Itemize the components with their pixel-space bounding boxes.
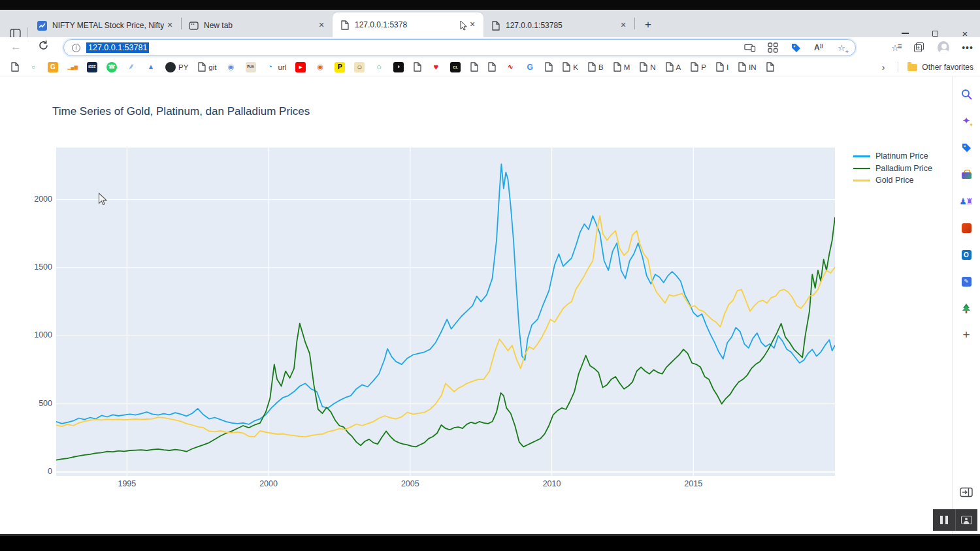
tab-title: 127.0.0.1:53785	[506, 21, 617, 30]
tab-2[interactable]: New tab×	[182, 14, 333, 37]
bookmark-orange-g-badge[interactable]: G	[48, 62, 58, 72]
legend-item-2[interactable]: Palladium Price	[853, 163, 932, 175]
bookmark-page-2[interactable]	[413, 62, 421, 72]
bookmark-blue-dot-logo[interactable]: ◉	[226, 62, 237, 72]
new-tab-button[interactable]: +	[639, 16, 657, 35]
url-text[interactable]: 127.0.0.1:53781	[86, 42, 149, 53]
add-favorite-star-icon[interactable]: ☆+	[836, 42, 847, 54]
bookmark-triangle-logo[interactable]: ▲	[146, 62, 156, 72]
tab-1[interactable]: NIFTY METAL Stock Price, Nifty M×	[30, 14, 181, 37]
read-aloud-icon[interactable]: A))	[813, 42, 825, 54]
bookmark-page-3[interactable]	[470, 62, 478, 72]
tab-3[interactable]: 127.0.0.1:5378×	[333, 12, 483, 37]
open-sidebar-pane-button[interactable]	[960, 487, 973, 500]
edge-sidebar: ✦✦♟♜O✎+	[952, 76, 980, 534]
bookmark-page-m[interactable]: M	[613, 62, 630, 72]
shopping-icon[interactable]	[960, 141, 973, 154]
legend-swatch	[853, 168, 870, 170]
y-tick-label: 2000	[26, 195, 52, 204]
sidebar-icons: ✦✦♟♜O✎+	[953, 76, 980, 341]
games-icon[interactable]: ♟♜	[960, 195, 973, 208]
bookmark-page-n[interactable]: N	[639, 62, 655, 72]
shopping-tag-icon[interactable]	[790, 42, 802, 54]
legend-item-3[interactable]: Gold Price	[853, 174, 932, 187]
bookmark-page-4[interactable]	[487, 62, 496, 72]
bookmark-ieee-badge[interactable]: IEEE	[87, 62, 97, 72]
bookmark-page-k[interactable]: K	[562, 62, 578, 72]
minimize-icon	[902, 33, 909, 34]
bookmark-eye-logo[interactable]: ◉	[315, 62, 325, 72]
screens-grid-icon[interactable]	[767, 42, 779, 54]
yellow-p-badge-icon: P	[335, 62, 345, 72]
page-favicon-icon	[490, 20, 500, 31]
bookmark-airtel-logo[interactable]: ∿	[505, 62, 515, 72]
collections-icon[interactable]: +	[913, 42, 925, 54]
bookmark-label: url	[278, 63, 287, 71]
bookmark-page-b[interactable]: B	[587, 62, 604, 72]
tree-icon[interactable]	[960, 302, 973, 315]
url-pill-icons: A)) ☆+	[744, 42, 847, 54]
bookmark-page-6[interactable]	[766, 62, 774, 72]
copilot-icon[interactable]: ✦✦	[960, 114, 973, 127]
bookmark-google-ads-logo[interactable]: ∕∕	[126, 62, 137, 72]
tab-close-button[interactable]: ×	[316, 20, 327, 31]
tools-icon[interactable]	[960, 168, 973, 181]
bookmark-page-p[interactable]: P	[690, 62, 706, 72]
tab-separator	[634, 18, 635, 29]
bookmark-git-page[interactable]: git	[197, 62, 216, 72]
green-ring-logo-icon: ○	[374, 62, 384, 72]
profile-avatar[interactable]	[938, 42, 949, 54]
bookmark-whatsapp-logo[interactable]: ☎	[106, 62, 117, 72]
orange-bars-logo-icon: ▁▄▆	[67, 62, 78, 72]
bookmark-label: M	[624, 63, 630, 71]
bookmark-pua-logo[interactable]: PUA	[246, 62, 256, 72]
tab-close-button[interactable]: ×	[617, 20, 629, 31]
bookmark-bird-logo[interactable]: ◗	[393, 62, 404, 72]
bookmarks-overflow-chevron[interactable]: ›	[878, 62, 889, 72]
search-icon[interactable]	[960, 87, 973, 101]
bookmark-page-5[interactable]	[544, 62, 553, 72]
tab-4[interactable]: 127.0.0.1:53785×	[483, 14, 634, 37]
camera-toggle-button[interactable]	[956, 509, 978, 531]
bookmark-face-logo[interactable]: ☺	[354, 62, 365, 72]
settings-ellipsis-icon[interactable]: •••	[962, 42, 973, 54]
y-tick-label: 500	[26, 399, 52, 408]
site-info-icon[interactable]: i	[72, 44, 80, 52]
ieee-badge-icon: IEEE	[87, 62, 97, 72]
bookmark-yellow-p-badge[interactable]: P	[335, 62, 345, 72]
tab-close-button[interactable]: ×	[466, 19, 478, 31]
bookmark-heart-logo[interactable]: ♥	[431, 62, 441, 72]
bookmark-speedometer-url[interactable]: ◔url	[265, 62, 287, 72]
bookmark-orange-bars-logo[interactable]: ▁▄▆	[67, 62, 78, 72]
refresh-button[interactable]	[38, 40, 49, 54]
bookmark-github-logo[interactable]: PY	[165, 62, 188, 72]
url-field[interactable]: i 127.0.0.1:53781 A)) ☆+	[63, 39, 856, 56]
favorites-hub-icon[interactable]: ☆≣	[889, 42, 901, 54]
tab-close-button[interactable]: ×	[164, 20, 176, 31]
send-to-devices-icon[interactable]	[744, 42, 756, 54]
office-icon[interactable]	[960, 221, 973, 234]
bookmark-cl-badge[interactable]: CL	[450, 62, 461, 72]
plot-area[interactable]	[56, 148, 835, 476]
chart-blue-favicon-icon	[37, 20, 47, 31]
bookmark-page-a[interactable]: A	[665, 62, 681, 72]
add-sidebar-icon[interactable]: +	[960, 328, 973, 341]
back-button[interactable]: ←	[10, 40, 22, 54]
bookmark-page-i[interactable]: I	[715, 62, 728, 72]
tab-title: 127.0.0.1:5378	[355, 20, 459, 29]
chart-canvas[interactable]	[56, 148, 835, 476]
pause-recording-button[interactable]	[933, 509, 955, 531]
bookmark-teal-ring-logo[interactable]: ○	[28, 62, 39, 72]
bookmark-youtube-logo[interactable]: ▶	[295, 62, 306, 72]
y-tick-label: 1000	[26, 330, 52, 339]
bookmark-page-in[interactable]: IN	[738, 62, 757, 72]
legend-item-1[interactable]: Platinum Price	[853, 150, 932, 163]
other-favorites-button[interactable]: Other favorites	[907, 63, 973, 72]
designer-icon[interactable]: ✎	[960, 275, 973, 288]
bookmark-page-1[interactable]	[10, 62, 19, 72]
legend-label: Gold Price	[875, 176, 913, 185]
bookmark-green-ring-logo[interactable]: ○	[374, 62, 384, 72]
bookmark-google-logo[interactable]: G	[525, 62, 535, 72]
outlook-icon[interactable]: O	[960, 248, 973, 261]
bookmarks-divider	[898, 62, 898, 72]
